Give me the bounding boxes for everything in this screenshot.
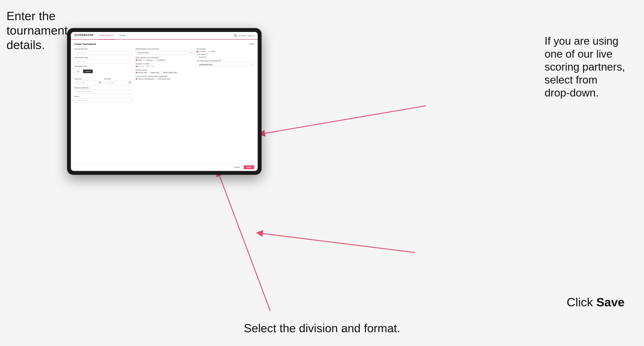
rounds-3-radio[interactable] — [145, 65, 147, 67]
scoring-label: Scoring system — [136, 69, 193, 71]
division-select[interactable]: NCAA Division I — [136, 50, 193, 55]
scoring-medal[interactable]: Medal Match Play — [160, 72, 177, 74]
format-row-2: 6 count 4 — [196, 53, 254, 55]
tournament-name-label: Tournament name — [74, 57, 132, 58]
logo-upload-area: Upload — [74, 68, 132, 75]
annotation-topright: If you are usingone of our livescoring p… — [544, 34, 638, 99]
gender-combined[interactable]: Combined — [154, 59, 165, 61]
back-link[interactable]: Back — [248, 43, 254, 45]
venue-group: Venue ▾ — [74, 95, 132, 103]
rounds-2-radio[interactable] — [140, 65, 142, 67]
format-row-3: 6 count 5 — [196, 56, 254, 58]
gender-label: Which gender is the event for? — [136, 57, 193, 58]
gender-combined-label: Combined — [157, 59, 165, 61]
teams-group: Is this event for Teams and/or Individua… — [136, 75, 193, 80]
tournament-logo-label: Tournament logo — [74, 65, 132, 67]
form-col-2: Which division is the event for? NCAA Di… — [136, 48, 193, 103]
gender-mens-radio[interactable] — [136, 59, 138, 61]
format-other-radio[interactable] — [208, 50, 210, 52]
rounds-1[interactable]: 1 — [136, 65, 139, 67]
scoring-stroke[interactable]: Stroke Play — [136, 72, 147, 74]
logo-area: SCOREBOARD Powered by clippit — [74, 34, 94, 37]
division-group: Which division is the event for? NCAA Di… — [136, 48, 193, 55]
sponsor-label: Sponsor (optional) — [74, 87, 132, 89]
scoring-match[interactable]: Match Play — [148, 72, 160, 74]
annotation-topleft: Enter thetournamentdetails. — [6, 9, 68, 52]
rounds-1-radio[interactable] — [136, 65, 138, 67]
gender-mens[interactable]: Mens — [136, 59, 142, 61]
format-row-1: 5 count 4 Other — [196, 50, 254, 52]
navbar: SCOREBOARD Powered by clippit TOURNAMENT… — [71, 32, 258, 40]
teams-plus-radio[interactable] — [136, 78, 138, 80]
gender-womens[interactable]: Womens — [144, 59, 153, 61]
format-group: Format type 5 count 4 Other — [196, 48, 254, 58]
scoring-medal-radio[interactable] — [160, 72, 162, 74]
venue-chevron-icon: ▾ — [130, 99, 131, 101]
scoring-radio-group: Stroke Play Match Play Medal Match Play — [136, 72, 193, 74]
rounds-3[interactable]: 3 — [145, 65, 149, 67]
annotation-bottom: Select the division and format. — [244, 321, 400, 335]
end-date-group: End date 📅 — [104, 76, 132, 85]
format-6count5-radio[interactable] — [196, 56, 198, 58]
tournament-host-label: Tournament Host — [74, 48, 132, 50]
calendar-icon-end: 📅 — [129, 82, 131, 84]
rounds-4-radio[interactable] — [150, 65, 152, 67]
format-5count4[interactable]: 5 count 4 — [196, 50, 206, 52]
scoring-stroke-radio[interactable] — [136, 72, 138, 74]
live-scoring-field[interactable]: Leaderboard King × ▾ — [196, 62, 254, 67]
format-other-label: Other — [211, 50, 215, 52]
rounds-1-label: 1 — [138, 65, 139, 67]
tab-teams[interactable]: TEAMS — [118, 32, 127, 39]
content-area: Create Tournament Back Tournament Host T… — [71, 40, 258, 164]
scoring-match-label: Match Play — [151, 72, 160, 74]
tournament-host-input[interactable] — [74, 50, 132, 55]
gender-mens-label: Mens — [138, 59, 142, 61]
upload-button[interactable]: Upload — [83, 69, 93, 73]
svg-line-2 — [260, 233, 415, 253]
cancel-button[interactable]: Cancel — [232, 165, 242, 169]
svg-rect-4 — [76, 70, 79, 73]
format-6count5[interactable]: 6 count 5 — [196, 56, 206, 58]
venue-input[interactable] — [74, 98, 132, 103]
save-label: Save — [596, 295, 624, 309]
individuals-only-radio[interactable] — [155, 78, 157, 80]
end-date-input[interactable] — [104, 81, 132, 85]
tournament-name-input[interactable] — [74, 59, 132, 63]
user-text: Test User | — [238, 35, 247, 37]
rounds-4[interactable]: 4 — [150, 65, 154, 67]
scoring-stroke-label: Stroke Play — [138, 72, 147, 74]
tablet-frame: SCOREBOARD Powered by clippit TOURNAMENT… — [67, 28, 262, 175]
format-6count5-label: 6 count 5 — [199, 56, 206, 58]
tab-tournaments[interactable]: TOURNAMENTS — [98, 32, 114, 39]
svg-point-5 — [77, 70, 78, 71]
format-6count4[interactable]: 6 count 4 — [196, 53, 206, 55]
rounds-radio-group: 1 2 3 4 — [136, 65, 193, 67]
start-date-input[interactable] — [74, 81, 102, 85]
live-scoring-close-icon[interactable]: × — [212, 64, 213, 66]
teams-plus-individuals[interactable]: Teams (+Individuals) — [136, 78, 154, 80]
dates-group: Start date 📅 End date 📅 — [74, 76, 132, 85]
rounds-group: Number of rounds 1 2 — [136, 63, 193, 67]
date-row: Start date 📅 End date 📅 — [74, 76, 132, 85]
gender-combined-radio[interactable] — [154, 59, 156, 61]
venue-label: Venue — [74, 95, 132, 97]
scoring-group: Scoring system Stroke Play Match Play — [136, 69, 193, 74]
signout-link[interactable]: Sign out — [248, 35, 254, 37]
start-date-wrap: 📅 — [74, 80, 102, 85]
gender-womens-radio[interactable] — [144, 59, 146, 61]
format-6count4-radio[interactable] — [196, 53, 198, 55]
svg-line-1 — [262, 106, 426, 134]
scoring-match-radio[interactable] — [148, 72, 150, 74]
end-date-label: End date — [104, 78, 111, 80]
format-options: 5 count 4 Other 6 count 4 — [196, 50, 254, 58]
tournament-logo-group: Tournament logo Upload — [74, 65, 132, 75]
division-label: Which division is the event for? — [136, 48, 193, 50]
live-scoring-group: Use third-party live scoring API? Leader… — [196, 60, 254, 67]
save-button[interactable]: Save — [244, 165, 254, 169]
sponsor-input[interactable] — [74, 89, 132, 94]
annotation-bottomright: Click Save — [566, 295, 624, 309]
format-5count4-radio[interactable] — [196, 50, 198, 52]
rounds-2[interactable]: 2 — [140, 65, 144, 67]
individuals-only[interactable]: Individuals Only — [155, 78, 170, 80]
format-other[interactable]: Other — [208, 50, 215, 52]
